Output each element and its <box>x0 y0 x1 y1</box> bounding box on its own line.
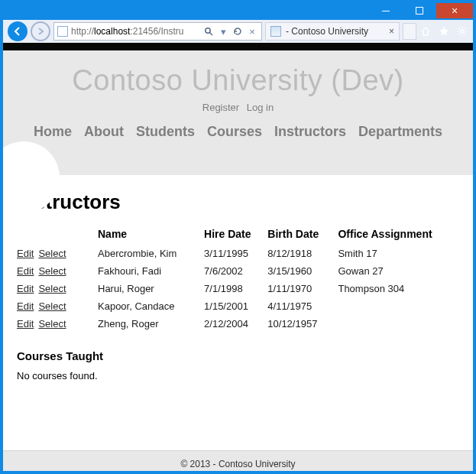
cell-name: Kapoor, Candace <box>98 297 204 315</box>
instructors-table: Name Hire Date Birth Date Office Assignm… <box>17 225 459 333</box>
main-nav: Home About Students Courses Instructors … <box>3 124 473 140</box>
edit-link[interactable]: Edit <box>17 283 34 294</box>
register-link[interactable]: Register <box>202 102 239 113</box>
table-row: EditSelectHarui, Roger7/1/19981/11/1970T… <box>17 280 459 297</box>
page-viewport: Contoso University (Dev) Register Log in… <box>3 43 473 471</box>
favorites-icon[interactable] <box>438 25 450 37</box>
nav-home[interactable]: Home <box>34 124 72 140</box>
svg-line-10 <box>459 34 461 35</box>
new-tab-button[interactable] <box>403 23 416 40</box>
settings-icon[interactable] <box>456 25 468 37</box>
dropdown-icon[interactable]: ▾ <box>217 26 229 37</box>
page-heading: Instructors <box>17 190 459 214</box>
search-icon[interactable] <box>202 27 215 36</box>
tab-favicon-icon <box>270 26 281 37</box>
nav-courses[interactable]: Courses <box>207 124 262 140</box>
address-bar[interactable]: http://localhost:21456/Instru ▾ × <box>53 22 262 41</box>
tab-title: - Contoso University <box>286 26 384 37</box>
table-row: EditSelectKapoor, Candace1/15/20014/11/1… <box>17 297 459 315</box>
top-black-bar <box>3 43 473 50</box>
select-link[interactable]: Select <box>38 283 66 294</box>
edit-link[interactable]: Edit <box>17 318 34 330</box>
url-text: http://localhost:21456/Instru <box>71 26 199 37</box>
cell-hire: 3/11/1995 <box>204 245 267 262</box>
col-hire: Hire Date <box>204 225 267 245</box>
cell-hire: 1/15/2001 <box>204 297 267 315</box>
cell-office <box>338 315 459 333</box>
tab-close-button[interactable]: × <box>389 26 394 37</box>
nav-students[interactable]: Students <box>136 124 195 140</box>
svg-line-8 <box>465 34 466 35</box>
cell-office <box>338 297 459 315</box>
cell-hire: 7/6/2002 <box>204 262 267 280</box>
cell-name: Zheng, Roger <box>98 315 204 333</box>
cell-birth: 8/12/1918 <box>267 245 338 262</box>
cell-name: Abercrombie, Kim <box>98 245 204 262</box>
cell-birth: 1/11/1970 <box>267 280 338 297</box>
edit-link[interactable]: Edit <box>17 300 34 312</box>
cell-birth: 3/15/1960 <box>267 262 338 280</box>
svg-line-9 <box>465 28 466 30</box>
stop-icon[interactable]: × <box>246 26 258 37</box>
col-birth: Birth Date <box>267 225 338 245</box>
site-title: Contoso University (Dev) <box>3 64 473 97</box>
edit-link[interactable]: Edit <box>17 265 34 277</box>
url-favicon-icon <box>57 26 68 37</box>
forward-button[interactable] <box>31 21 50 41</box>
window-maximize-button[interactable] <box>403 3 436 18</box>
nav-instructors[interactable]: Instructors <box>274 124 346 140</box>
home-icon[interactable] <box>419 25 432 37</box>
back-button[interactable] <box>8 21 28 41</box>
window-titlebar: × <box>3 3 473 20</box>
select-link[interactable]: Select <box>38 265 66 277</box>
window-close-button[interactable]: × <box>436 3 473 18</box>
refresh-icon[interactable] <box>232 27 244 36</box>
nav-departments[interactable]: Departments <box>358 124 442 140</box>
cell-name: Fakhouri, Fadi <box>98 262 204 280</box>
cell-birth: 10/12/1957 <box>267 315 338 333</box>
select-link[interactable]: Select <box>38 300 66 312</box>
browser-tab[interactable]: - Contoso University × <box>265 22 400 41</box>
cell-birth: 4/11/1975 <box>267 297 338 315</box>
login-link[interactable]: Log in <box>247 102 274 113</box>
col-name: Name <box>98 225 204 245</box>
cell-name: Harui, Roger <box>98 280 204 297</box>
nav-about[interactable]: About <box>84 124 124 140</box>
table-row: EditSelectZheng, Roger2/12/200410/12/195… <box>17 315 459 333</box>
table-row: EditSelectFakhouri, Fadi7/6/20023/15/196… <box>17 262 459 280</box>
select-link[interactable]: Select <box>38 248 66 259</box>
cell-office: Thompson 304 <box>338 280 459 297</box>
no-courses-message: No courses found. <box>17 370 459 381</box>
svg-point-0 <box>206 28 210 33</box>
svg-line-1 <box>210 33 213 36</box>
page-footer: © 2013 - Contoso University <box>3 450 473 471</box>
svg-line-7 <box>459 28 461 30</box>
select-link[interactable]: Select <box>38 318 66 330</box>
cell-hire: 2/12/2004 <box>204 315 267 333</box>
browser-toolbar: http://localhost:21456/Instru ▾ × - Cont… <box>3 20 473 44</box>
courses-taught-heading: Courses Taught <box>17 349 459 362</box>
cell-office: Gowan 27 <box>338 262 459 280</box>
svg-point-2 <box>461 30 464 33</box>
col-office: Office Assignment <box>338 225 459 245</box>
cell-hire: 7/1/1998 <box>204 280 267 297</box>
table-row: EditSelectAbercrombie, Kim3/11/19958/12/… <box>17 245 459 262</box>
window-minimize-button[interactable] <box>369 3 403 18</box>
cell-office: Smith 17 <box>338 245 459 262</box>
edit-link[interactable]: Edit <box>17 248 34 259</box>
